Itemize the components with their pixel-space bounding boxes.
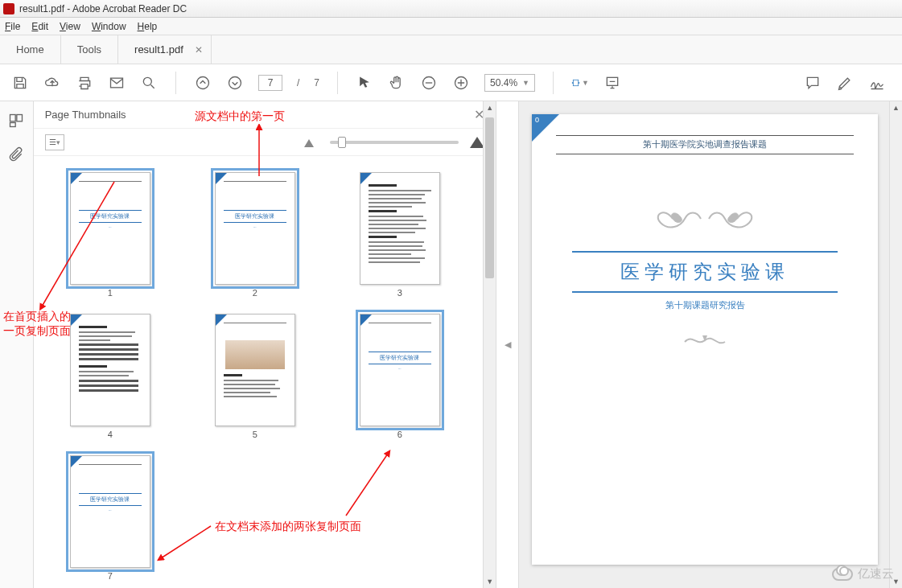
menu-file[interactable]: File: [5, 21, 20, 32]
panel-splitter[interactable]: ◀: [496, 101, 519, 588]
window-title: result1.pdf - Adobe Acrobat Reader DC: [19, 3, 187, 14]
highlight-icon[interactable]: [836, 74, 854, 92]
window-titlebar: result1.pdf - Adobe Acrobat Reader DC: [0, 0, 902, 18]
zoom-out-icon[interactable]: [420, 74, 438, 92]
document-view[interactable]: 0 第十期医学院实地调查报告课题 医学研究实验课 第十期课题研究报告 ▲ ▼: [519, 101, 902, 588]
thumbnails-header: Page Thumbnails ✕: [34, 101, 496, 129]
ornament-divider: [556, 331, 854, 353]
thumbnail-size-slider[interactable]: [330, 141, 459, 144]
page-up-icon[interactable]: [194, 74, 212, 92]
svg-rect-10: [10, 123, 16, 127]
menu-window[interactable]: Window: [92, 21, 126, 32]
watermark-text: 亿速云: [858, 566, 894, 582]
thumbnail-page-7[interactable]: 医学研究实验课··· 7: [66, 455, 154, 581]
page-separator: /: [297, 77, 299, 88]
app-icon: [3, 3, 14, 14]
scroll-up-icon[interactable]: ▲: [890, 101, 902, 114]
page-subtitle: 第十期课题研究报告: [556, 299, 854, 311]
tab-document[interactable]: result1.pdf ✕: [118, 35, 212, 64]
tab-bar: Home Tools result1.pdf ✕: [0, 35, 902, 64]
header-rule: [556, 135, 854, 136]
thumbnails-toolbar: ☰ ▾: [34, 129, 496, 156]
menu-edit[interactable]: Edit: [31, 21, 48, 32]
caret-down-icon: ▼: [522, 79, 529, 87]
cloud-icon[interactable]: [43, 74, 61, 92]
reflow-icon[interactable]: [603, 74, 621, 92]
thumbnail-page-6[interactable]: 医学研究实验课··· 6: [356, 314, 444, 439]
svg-rect-6: [573, 80, 578, 85]
page-down-icon[interactable]: [226, 74, 244, 92]
cloud-icon: [832, 568, 853, 581]
thumb-number: 5: [253, 430, 257, 439]
collapse-left-icon[interactable]: ◀: [505, 339, 511, 350]
sign-icon[interactable]: [868, 74, 886, 92]
page-total: 7: [314, 77, 319, 88]
comment-icon[interactable]: [804, 74, 822, 92]
page-corner-number: 0: [535, 116, 539, 124]
toolbar-separator: [175, 72, 176, 94]
page-header-text: 第十期医学院实地调查报告课题: [638, 138, 772, 150]
thumb-number: 6: [397, 430, 402, 439]
thumb-number: 4: [108, 430, 113, 439]
page-number-input[interactable]: 7: [258, 75, 282, 91]
thumbnail-page-2[interactable]: 医学研究实验课··· 2: [211, 172, 299, 298]
thumb-size-small-icon[interactable]: [304, 137, 319, 148]
thumbnail-page-3[interactable]: 3: [356, 172, 444, 298]
menu-bar: File Edit View Window Help: [0, 18, 902, 35]
save-icon[interactable]: [11, 74, 29, 92]
thumbnail-page-4[interactable]: 4: [66, 314, 154, 439]
menu-view[interactable]: View: [60, 21, 80, 32]
thumb-number: 3: [397, 288, 402, 298]
watermark: 亿速云: [832, 566, 894, 582]
left-nav-rail: [0, 101, 34, 588]
thumb-number: 7: [108, 571, 113, 581]
tab-close-icon[interactable]: ✕: [195, 44, 203, 56]
svg-rect-8: [10, 115, 16, 121]
toolbar-separator: [337, 72, 338, 94]
scroll-down-icon[interactable]: ▼: [484, 575, 496, 588]
ornament-top: [556, 203, 854, 238]
thumb-number: 2: [253, 288, 257, 298]
document-scrollbar[interactable]: ▲ ▼: [889, 101, 902, 588]
menu-help[interactable]: Help: [138, 21, 158, 32]
zoom-in-icon[interactable]: [452, 74, 470, 92]
thumbnails-icon[interactable]: [8, 113, 24, 129]
thumbnail-options-button[interactable]: ☰ ▾: [45, 134, 64, 150]
document-page: 0 第十期医学院实地调查报告课题 医学研究实验课 第十期课题研究报告: [532, 114, 878, 565]
tab-home[interactable]: Home: [0, 35, 61, 64]
svg-point-1: [143, 77, 151, 85]
fit-width-icon[interactable]: ▼: [571, 74, 589, 92]
svg-rect-9: [17, 115, 23, 121]
thumbnails-grid[interactable]: 医学研究实验课··· 1 医学研究实验课··· 2 3 4: [34, 156, 496, 588]
select-tool-icon[interactable]: [356, 74, 373, 92]
svg-point-2: [197, 76, 209, 88]
tab-document-label: result1.pdf: [134, 43, 183, 56]
zoom-value: 50.4%: [490, 77, 517, 88]
zoom-dropdown[interactable]: 50.4% ▼: [484, 74, 535, 92]
thumbnails-scrollbar[interactable]: ▲ ▼: [483, 101, 496, 588]
thumb-number: 1: [108, 288, 113, 298]
hand-tool-icon[interactable]: [388, 74, 406, 92]
search-icon[interactable]: [140, 74, 158, 92]
page-main-title: 医学研究实验课: [572, 251, 838, 293]
toolbar: 7 / 7 50.4% ▼ ▼: [0, 64, 902, 101]
thumbnail-page-1[interactable]: 医学研究实验课··· 1: [66, 172, 154, 298]
attachments-icon[interactable]: [8, 146, 24, 162]
tab-tools[interactable]: Tools: [61, 35, 118, 64]
thumbnail-page-5[interactable]: 5: [211, 314, 299, 439]
email-icon[interactable]: [108, 74, 126, 92]
scroll-thumb[interactable]: [485, 117, 494, 278]
scroll-up-icon[interactable]: ▲: [484, 101, 496, 114]
header-rule-2: [556, 154, 854, 154]
print-icon[interactable]: [76, 74, 93, 92]
toolbar-separator: [553, 72, 554, 94]
thumbnails-title: Page Thumbnails: [45, 109, 126, 121]
thumbnails-panel: Page Thumbnails ✕ ☰ ▾ 医学研究实验课··· 1 医学研究实…: [34, 101, 497, 588]
svg-point-3: [229, 76, 241, 88]
